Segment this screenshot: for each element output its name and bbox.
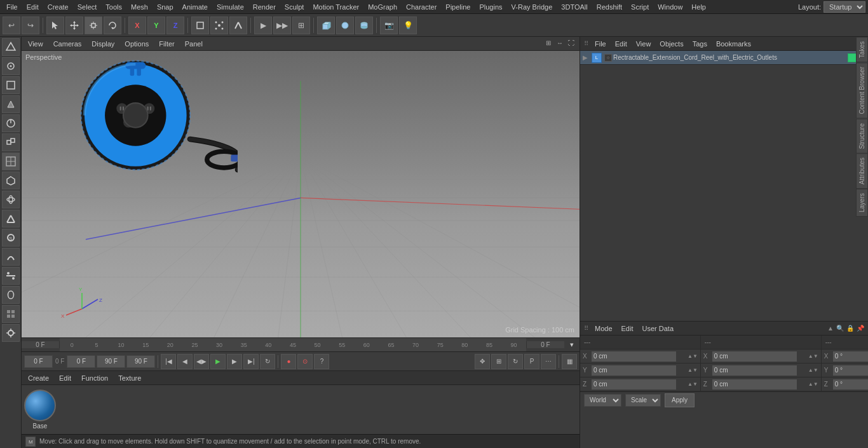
op-objects[interactable]: Objects bbox=[657, 39, 686, 49]
sidebar-btn-3[interactable] bbox=[2, 76, 20, 94]
goto-end-btn[interactable]: ▶| bbox=[243, 354, 259, 369]
viewport-icon-3[interactable]: ⛶ bbox=[567, 39, 576, 48]
object-visible-btn[interactable] bbox=[848, 53, 857, 62]
viewport-icon-2[interactable]: ↔ bbox=[555, 39, 564, 48]
menu-file[interactable]: File bbox=[3, 2, 22, 12]
vp-menu-options[interactable]: Options bbox=[122, 39, 151, 49]
menu-sculpt[interactable]: Sculpt bbox=[281, 2, 308, 12]
menu-select[interactable]: Select bbox=[74, 2, 101, 12]
playback-total-field[interactable] bbox=[126, 355, 155, 368]
playback-end-field[interactable] bbox=[97, 355, 125, 368]
cylinder-button[interactable] bbox=[355, 17, 373, 34]
sidebar-btn-6[interactable] bbox=[2, 133, 20, 151]
op-bookmarks[interactable]: Bookmarks bbox=[714, 39, 754, 49]
coord-py-spin[interactable]: ▲▼ bbox=[688, 367, 698, 373]
rotate-tool-button[interactable] bbox=[104, 17, 121, 34]
menu-pipeline[interactable]: Pipeline bbox=[442, 2, 474, 12]
object-mode-button[interactable] bbox=[191, 17, 209, 34]
op-edit[interactable]: Edit bbox=[613, 39, 630, 49]
tab-content-browser[interactable]: Content Browser bbox=[856, 62, 868, 118]
scale-tool-button[interactable] bbox=[85, 17, 102, 34]
bp-edit[interactable]: Edit bbox=[57, 373, 74, 383]
menu-window[interactable]: Window bbox=[654, 2, 686, 12]
undo-button[interactable]: ↩ bbox=[3, 17, 20, 34]
menu-animate[interactable]: Animate bbox=[179, 2, 212, 12]
timeline-ruler[interactable]: 0 5 10 15 20 25 30 35 40 45 50 55 60 65 … bbox=[60, 338, 526, 351]
coord-pz-input[interactable] bbox=[592, 379, 676, 390]
bp-create[interactable]: Create bbox=[25, 373, 51, 383]
menu-render[interactable]: Render bbox=[249, 2, 280, 12]
coord-pz-spin[interactable]: ▲▼ bbox=[688, 381, 698, 387]
menu-edit[interactable]: Edit bbox=[23, 2, 43, 12]
coord-py-input[interactable] bbox=[592, 365, 676, 376]
playback-current-field[interactable] bbox=[67, 355, 95, 368]
pb-scale-btn[interactable]: ⊞ bbox=[491, 354, 506, 369]
attr-pin-icon[interactable]: 📌 bbox=[857, 325, 864, 332]
select-tool-button[interactable] bbox=[46, 17, 64, 34]
menu-help[interactable]: Help bbox=[688, 2, 710, 12]
attr-lock-icon[interactable]: 🔒 bbox=[846, 325, 854, 332]
attr-edit[interactable]: Edit bbox=[619, 323, 636, 334]
tab-attributes[interactable]: Attributes bbox=[856, 153, 868, 189]
z-axis-button[interactable]: Z bbox=[166, 17, 184, 34]
material-item-base[interactable]: Base bbox=[24, 390, 56, 430]
edge-mode-button[interactable] bbox=[229, 17, 247, 34]
sidebar-btn-10[interactable] bbox=[2, 210, 20, 227]
x-axis-button[interactable]: X bbox=[128, 17, 146, 34]
move-tool-button[interactable] bbox=[65, 17, 83, 34]
sidebar-btn-14[interactable] bbox=[2, 286, 20, 304]
vp-menu-cameras[interactable]: Cameras bbox=[51, 39, 85, 49]
pb-rotate-btn[interactable]: ↻ bbox=[508, 354, 523, 369]
coord-sx-input[interactable] bbox=[833, 351, 868, 362]
menu-create[interactable]: Create bbox=[44, 2, 72, 12]
menu-vray[interactable]: V-Ray Bridge bbox=[508, 2, 557, 12]
prev-frame-btn[interactable]: ◀ bbox=[177, 354, 193, 369]
coord-px-spin[interactable]: ▲▼ bbox=[688, 353, 698, 359]
sidebar-btn-9[interactable] bbox=[2, 191, 20, 208]
pb-move-btn[interactable]: ✥ bbox=[475, 354, 490, 369]
menu-snap[interactable]: Snap bbox=[153, 2, 177, 12]
light-button[interactable]: 💡 bbox=[399, 17, 417, 34]
apply-button[interactable]: Apply bbox=[665, 393, 695, 407]
sidebar-btn-16[interactable] bbox=[2, 324, 20, 342]
sphere-button[interactable] bbox=[336, 17, 354, 34]
menu-plugins[interactable]: Plugins bbox=[475, 2, 506, 12]
expand-icon[interactable]: ▶ bbox=[583, 54, 590, 61]
vp-menu-filter[interactable]: Filter bbox=[156, 39, 177, 49]
sidebar-btn-2[interactable] bbox=[2, 57, 20, 75]
attr-user-data[interactable]: User Data bbox=[640, 323, 677, 334]
sidebar-btn-7[interactable] bbox=[2, 153, 20, 170]
menu-tools[interactable]: Tools bbox=[102, 2, 126, 12]
menu-redshift[interactable]: Redshift bbox=[593, 2, 626, 12]
scale-dropdown[interactable]: Scale bbox=[625, 394, 661, 407]
vp-menu-view[interactable]: View bbox=[25, 39, 46, 49]
coord-rz-spin[interactable]: ▲▼ bbox=[808, 381, 818, 387]
coord-sz-input[interactable] bbox=[833, 379, 868, 390]
camera-button[interactable]: 📷 bbox=[380, 17, 398, 34]
attr-up-icon[interactable]: ▲ bbox=[827, 325, 834, 332]
menu-motion-tracker[interactable]: Motion Tracker bbox=[309, 2, 363, 12]
world-dropdown[interactable]: World Object bbox=[584, 394, 621, 407]
goto-start-btn[interactable]: |◀ bbox=[161, 354, 176, 369]
vp-menu-display[interactable]: Display bbox=[89, 39, 117, 49]
sidebar-btn-8[interactable] bbox=[2, 172, 20, 189]
layout-select[interactable]: Startup bbox=[824, 1, 865, 13]
sidebar-btn-4[interactable] bbox=[2, 95, 20, 113]
viewport-icon-1[interactable]: ⊞ bbox=[544, 39, 553, 48]
sidebar-btn-5[interactable] bbox=[2, 114, 20, 132]
op-tags[interactable]: Tags bbox=[690, 39, 710, 49]
object-list-row[interactable]: ▶ L ○ Rectractable_Extension_Cord_Reel_w… bbox=[580, 51, 868, 65]
sidebar-btn-11[interactable]: S bbox=[2, 229, 20, 247]
menu-simulate[interactable]: Simulate bbox=[213, 2, 248, 12]
coord-px-input[interactable] bbox=[592, 351, 676, 362]
attr-search-icon[interactable]: 🔍 bbox=[836, 325, 844, 332]
play-btn[interactable]: ▶ bbox=[210, 354, 226, 369]
menu-mesh[interactable]: Mesh bbox=[127, 2, 152, 12]
record-key-btn[interactable]: ● bbox=[281, 354, 296, 369]
auto-key-btn[interactable]: ⊙ bbox=[297, 354, 313, 369]
coord-rz-input[interactable] bbox=[712, 379, 797, 390]
op-view[interactable]: View bbox=[634, 39, 654, 49]
bp-function[interactable]: Function bbox=[79, 373, 111, 383]
menu-character[interactable]: Character bbox=[402, 2, 440, 12]
tab-structure[interactable]: Structure bbox=[856, 119, 868, 154]
